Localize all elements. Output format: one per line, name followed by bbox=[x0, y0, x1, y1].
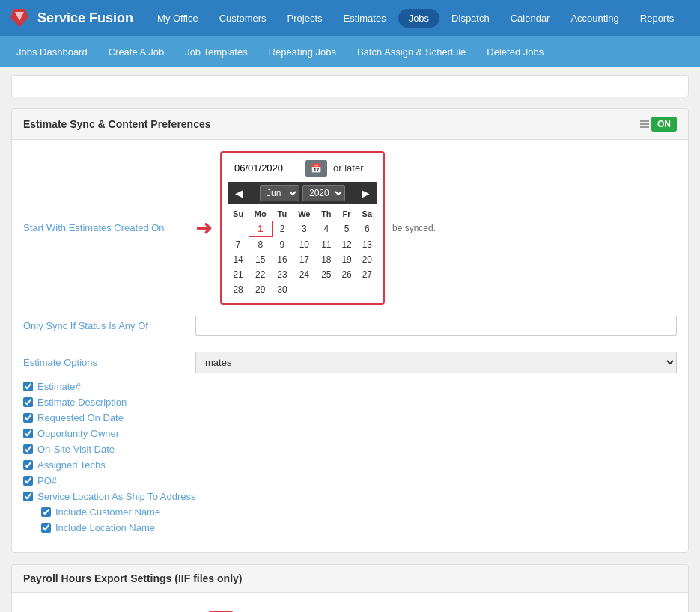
checkbox-opp-owner-label: Opportunity Owner bbox=[37, 428, 119, 439]
start-estimates-label: Start With Estimates Created On bbox=[23, 222, 188, 233]
checkbox-include-customer-input[interactable] bbox=[41, 507, 51, 517]
sub-nav-create-job[interactable]: Create A Job bbox=[100, 43, 173, 61]
nav-accounting[interactable]: Accounting bbox=[561, 8, 627, 28]
checkbox-assigned-techs-label: Assigned Techs bbox=[37, 459, 106, 471]
cal-day-25[interactable]: 25 bbox=[316, 267, 336, 282]
table-row: 1 2 3 4 5 6 bbox=[228, 221, 377, 237]
checkbox-on-site-label: On-Site Visit Date bbox=[37, 444, 115, 455]
cal-day-20[interactable]: 20 bbox=[357, 252, 377, 267]
nav-estimates[interactable]: Estimates bbox=[335, 8, 395, 28]
checkbox-po-num-input[interactable] bbox=[23, 476, 33, 486]
only-sync-row: Only Sync If Status Is Any Of bbox=[23, 316, 677, 340]
sub-nav-jobs-dashboard[interactable]: Jobs Dashboard bbox=[7, 43, 97, 61]
calendar-prev-button[interactable]: ◀ bbox=[232, 187, 246, 199]
checkbox-opp-owner-input[interactable] bbox=[23, 429, 33, 438]
date-input[interactable] bbox=[228, 159, 302, 177]
sub-nav-batch-assign[interactable]: Batch Assign & Schedule bbox=[348, 43, 475, 61]
toggle-lines-icon[interactable] bbox=[640, 120, 649, 128]
toggle-on-button[interactable]: ON bbox=[651, 117, 677, 132]
calendar-next-button[interactable]: ▶ bbox=[359, 187, 373, 199]
cal-day-28[interactable]: 28 bbox=[228, 282, 249, 297]
checkbox-po-num-label: PO# bbox=[37, 475, 57, 486]
checkbox-include-customer: Include Customer Name bbox=[41, 507, 677, 518]
checkbox-include-location-label: Include Location Name bbox=[55, 522, 155, 533]
checkbox-include-location-input[interactable] bbox=[41, 523, 51, 533]
cal-day-23[interactable]: 23 bbox=[272, 267, 292, 282]
red-arrow-icon: ➜ bbox=[195, 215, 213, 240]
month-select[interactable]: JanFebMarAprMay JunJulAugSepOctNovDec bbox=[260, 185, 299, 201]
sub-nav-repeating-jobs[interactable]: Repeating Jobs bbox=[260, 43, 345, 61]
calendar-toggle-button[interactable]: 📅 bbox=[305, 160, 327, 177]
payroll-header: Payroll Hours Export Settings (IIF files… bbox=[12, 565, 688, 593]
cal-day-26[interactable]: 26 bbox=[337, 267, 357, 282]
nav-dispatch[interactable]: Dispatch bbox=[442, 8, 499, 28]
cal-day-empty bbox=[357, 282, 377, 297]
payroll-panel: Payroll Hours Export Settings (IIF files… bbox=[11, 564, 689, 612]
status-input[interactable] bbox=[195, 316, 677, 336]
cal-day-15[interactable]: 15 bbox=[249, 252, 272, 267]
checkbox-estimate-num: Estimate# bbox=[23, 381, 677, 392]
checkbox-include-location: Include Location Name bbox=[41, 522, 677, 533]
cal-day-9[interactable]: 9 bbox=[272, 237, 292, 253]
sub-nav-job-templates[interactable]: Job Templates bbox=[176, 43, 257, 61]
checkbox-assigned-techs-input[interactable] bbox=[23, 460, 33, 470]
checkbox-on-site-input[interactable] bbox=[23, 444, 33, 454]
cal-day-27[interactable]: 27 bbox=[357, 267, 377, 282]
cal-day-8[interactable]: 8 bbox=[249, 237, 272, 253]
checkbox-service-location-label: Service Location As Ship To Address bbox=[37, 491, 196, 502]
cal-day-14[interactable]: 14 bbox=[228, 252, 249, 267]
cal-day-1[interactable]: 1 bbox=[249, 221, 272, 237]
top-nav: Service Fusion My Office Customers Proje… bbox=[0, 0, 700, 36]
estimates-dropdown[interactable]: mates bbox=[195, 352, 677, 373]
cal-day-12[interactable]: 12 bbox=[337, 237, 357, 253]
sub-nav-deleted-jobs[interactable]: Deleted Jobs bbox=[478, 43, 553, 61]
year-select[interactable]: 20182019202020212022 bbox=[302, 185, 345, 201]
cal-day-13[interactable]: 13 bbox=[357, 237, 377, 253]
checkbox-assigned-techs: Assigned Techs bbox=[23, 459, 677, 471]
toggle-on-group: ON bbox=[640, 117, 677, 132]
cal-day-22[interactable]: 22 bbox=[249, 267, 272, 282]
cal-day-empty bbox=[228, 221, 249, 237]
checkbox-requested-on-input[interactable] bbox=[23, 413, 33, 423]
nav-projects[interactable]: Projects bbox=[279, 8, 332, 28]
cal-day-empty bbox=[337, 282, 357, 297]
checkbox-requested-on-label: Requested On Date bbox=[37, 412, 124, 423]
checkbox-estimate-num-label: Estimate# bbox=[37, 381, 81, 392]
cal-day-19[interactable]: 19 bbox=[337, 252, 357, 267]
estimate-options-section: Estimate Options mates Estimate# Estimat… bbox=[23, 352, 677, 533]
cal-day-17[interactable]: 17 bbox=[292, 252, 316, 267]
nav-customers[interactable]: Customers bbox=[210, 8, 276, 28]
checkbox-requested-on: Requested On Date bbox=[23, 412, 677, 423]
checkbox-include-customer-label: Include Customer Name bbox=[55, 507, 160, 518]
cal-day-11[interactable]: 11 bbox=[316, 237, 336, 253]
logo[interactable]: Service Fusion bbox=[7, 6, 133, 30]
cal-day-21[interactable]: 21 bbox=[228, 267, 249, 282]
status-note: be synced. bbox=[392, 223, 436, 233]
cal-day-6[interactable]: 6 bbox=[357, 221, 377, 237]
nav-my-office[interactable]: My Office bbox=[148, 8, 207, 28]
nav-calendar[interactable]: Calendar bbox=[502, 8, 559, 28]
checkbox-service-location-input[interactable] bbox=[23, 492, 33, 501]
cal-day-30[interactable]: 30 bbox=[272, 282, 292, 297]
cal-day-5[interactable]: 5 bbox=[337, 221, 357, 237]
cal-day-16[interactable]: 16 bbox=[272, 252, 292, 267]
top-nav-links: My Office Customers Projects Estimates J… bbox=[148, 8, 683, 28]
checkbox-on-site: On-Site Visit Date bbox=[23, 444, 677, 455]
cal-day-4[interactable]: 4 bbox=[316, 221, 336, 237]
top-partial-panel bbox=[11, 75, 689, 97]
checkbox-estimate-num-input[interactable] bbox=[23, 382, 33, 391]
cal-day-29[interactable]: 29 bbox=[249, 282, 272, 297]
cal-day-18[interactable]: 18 bbox=[316, 252, 336, 267]
cal-header-su: Su bbox=[228, 207, 249, 221]
cal-day-2[interactable]: 2 bbox=[272, 221, 292, 237]
right-side-partial: be synced. bbox=[392, 222, 677, 233]
cal-day-7[interactable]: 7 bbox=[228, 237, 249, 253]
checkbox-estimate-desc-input[interactable] bbox=[23, 397, 33, 407]
cal-header-th: Th bbox=[316, 207, 336, 221]
nav-jobs[interactable]: Jobs bbox=[398, 9, 439, 28]
cal-day-24[interactable]: 24 bbox=[292, 267, 316, 282]
nav-reports[interactable]: Reports bbox=[631, 8, 684, 28]
cal-day-10[interactable]: 10 bbox=[292, 237, 316, 253]
estimate-sync-header: Estimate Sync & Content Preferences ON bbox=[12, 109, 688, 140]
cal-day-3[interactable]: 3 bbox=[292, 221, 316, 237]
